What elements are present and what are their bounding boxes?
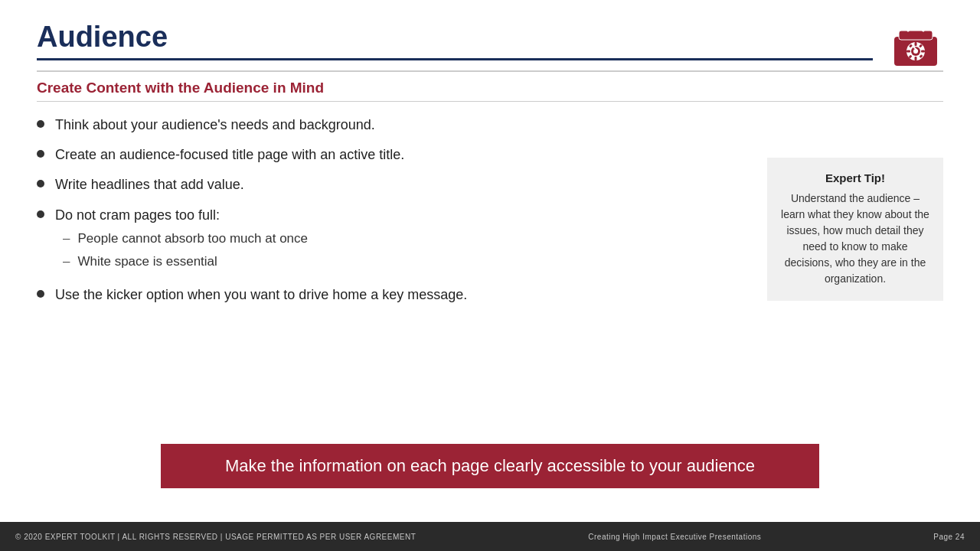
bullet-item-2: Create an audience-focused title page wi… (37, 145, 752, 165)
bullet-dot-4 (37, 210, 44, 218)
footer-center: Creating High Impact Executive Presentat… (588, 533, 761, 541)
sub-text-2: White space is essential (77, 253, 217, 271)
bullet-dot-1 (37, 120, 44, 128)
toolkit-logo-icon (888, 15, 943, 70)
footer-left: © 2020 EXPERT TOOLKIT | ALL RIGHTS RESER… (15, 533, 416, 541)
bullet-dot-3 (37, 180, 44, 187)
expert-tip-title: Expert Tip! (779, 171, 931, 184)
footer-right: Page 24 (933, 533, 965, 541)
title-divider (37, 58, 873, 60)
slide-title: Audience (37, 21, 873, 54)
expert-tip-box: Expert Tip! Understand the audience – le… (767, 158, 943, 301)
slide-container: Audience (0, 0, 980, 551)
banner-text: Make the information on each page clearl… (225, 456, 755, 475)
sub-list: – People cannot absorb too much at once … (55, 230, 752, 271)
sub-dash-1: – (63, 230, 70, 248)
sub-dash-2: – (63, 253, 70, 271)
bullet-text-2: Create an audience-focused title page wi… (55, 145, 752, 165)
header: Audience (0, 0, 980, 70)
bullet-text-4: Do not cram pages too full: – People can… (55, 206, 752, 276)
sub-item-2: – White space is essential (55, 253, 752, 271)
bullet-item-1: Think about your audience's needs and ba… (37, 116, 752, 135)
bullet-dot-5 (37, 290, 44, 298)
bullet-list: Think about your audience's needs and ba… (37, 116, 752, 305)
footer: © 2020 EXPERT TOOLKIT | ALL RIGHTS RESER… (0, 522, 980, 551)
expert-tip-body: Understand the audience – learn what the… (779, 191, 931, 287)
title-block: Audience (37, 21, 873, 60)
bullet-text-5: Use the kicker option when you want to d… (55, 285, 752, 305)
svg-rect-8 (921, 51, 925, 53)
bullet-text-3: Write headlines that add value. (55, 175, 752, 194)
sub-item-1: – People cannot absorb too much at once (55, 230, 752, 248)
svg-rect-1 (899, 31, 933, 40)
bullet-text-1: Think about your audience's needs and ba… (55, 116, 752, 135)
svg-rect-5 (915, 42, 917, 46)
bullet-4-main: Do not cram pages too full: (55, 207, 220, 223)
bullet-item-3: Write headlines that add value. (37, 175, 752, 194)
subtitle-section: Create Content with the Audience in Mind (0, 70, 980, 102)
subtitle: Create Content with the Audience in Mind (37, 72, 943, 101)
bullet-item-5: Use the kicker option when you want to d… (37, 285, 752, 305)
svg-rect-7 (906, 51, 910, 53)
bullet-item-4: Do not cram pages too full: – People can… (37, 206, 752, 276)
sub-text-1: People cannot absorb too much at once (77, 230, 308, 248)
banner: Make the information on each page clearl… (161, 444, 819, 488)
bullet-dot-2 (37, 150, 44, 158)
svg-rect-6 (915, 57, 917, 60)
